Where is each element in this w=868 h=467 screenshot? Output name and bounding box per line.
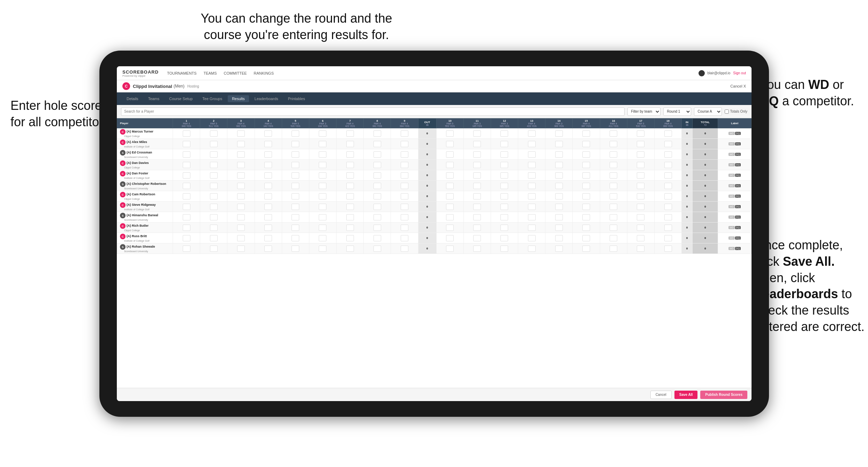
score-input-h8[interactable] [373,225,381,231]
hole-13-input-cell[interactable] [518,243,545,254]
tab-results[interactable]: Results [228,95,249,102]
score-input-h1[interactable] [183,151,190,158]
hole-14-input-cell[interactable] [545,243,573,254]
hole-9-input-cell[interactable] [391,170,418,181]
wd-button[interactable]: WD [729,163,735,166]
hole-9-input-cell[interactable] [391,160,418,170]
hole-15-input-cell[interactable] [573,223,600,233]
hole-13-input-cell[interactable] [518,181,545,191]
score-input-h9[interactable] [401,225,408,231]
score-input-h6[interactable] [319,162,326,168]
score-input-h1[interactable] [183,130,190,137]
hole-10-input-cell[interactable] [436,160,463,170]
score-input-h3[interactable] [237,172,245,179]
score-input-h11[interactable] [473,193,481,199]
hole-13-input-cell[interactable] [518,170,545,181]
score-input-h17[interactable] [637,214,644,220]
score-input-h11[interactable] [473,141,481,147]
hole-3-input-cell[interactable] [227,191,255,202]
hole-7-input-cell[interactable] [337,191,364,202]
score-input-h10[interactable] [446,225,454,231]
hole-12-input-cell[interactable] [491,128,518,139]
score-input-h17[interactable] [637,162,644,168]
hole-14-input-cell[interactable] [545,223,573,233]
hole-11-input-cell[interactable] [463,139,491,149]
hole-14-input-cell[interactable] [545,139,573,149]
score-input-h1[interactable] [183,204,190,210]
score-input-h14[interactable] [555,235,563,241]
score-input-h8[interactable] [373,214,381,220]
hole-2-input-cell[interactable] [200,149,227,160]
score-input-h3[interactable] [237,183,245,189]
tab-details[interactable]: Details [122,95,143,102]
hole-16-input-cell[interactable] [600,170,627,181]
score-input-h4[interactable] [264,214,272,220]
hole-18-input-cell[interactable] [654,170,681,181]
score-input-h11[interactable] [473,246,481,252]
score-input-h3[interactable] [237,130,245,137]
hole-10-input-cell[interactable] [436,181,463,191]
score-input-h12[interactable] [500,162,508,168]
nav-committee[interactable]: COMMITTEE [224,71,247,75]
score-input-h12[interactable] [500,193,508,199]
hole-16-input-cell[interactable] [600,191,627,202]
hole-16-input-cell[interactable] [600,139,627,149]
hole-16-input-cell[interactable] [600,202,627,212]
hole-5-input-cell[interactable] [282,191,309,202]
wd-button[interactable]: WD [729,195,735,198]
hole-4-input-cell[interactable] [255,243,282,254]
score-input-h11[interactable] [473,162,481,168]
score-input-h9[interactable] [401,162,408,168]
score-input-h14[interactable] [555,246,563,252]
hole-1-input-cell[interactable] [173,139,200,149]
hole-17-input-cell[interactable] [627,191,654,202]
hole-4-input-cell[interactable] [255,202,282,212]
hole-1-input-cell[interactable] [173,233,200,243]
hole-17-input-cell[interactable] [627,181,654,191]
hole-15-input-cell[interactable] [573,243,600,254]
hole-14-input-cell[interactable] [545,128,573,139]
score-input-h11[interactable] [473,235,481,241]
hole-11-input-cell[interactable] [463,191,491,202]
hole-15-input-cell[interactable] [573,170,600,181]
hole-12-input-cell[interactable] [491,191,518,202]
hole-18-input-cell[interactable] [654,149,681,160]
dq-button[interactable]: DQ [735,216,741,219]
score-input-h10[interactable] [446,151,454,158]
score-input-h15[interactable] [582,235,590,241]
score-input-h12[interactable] [500,141,508,147]
hole-3-input-cell[interactable] [227,223,255,233]
score-input-h15[interactable] [582,172,590,179]
hole-12-input-cell[interactable] [491,233,518,243]
score-table-container[interactable]: Player 1PAR 4340 YDS 2PAR 5511 YDS 3PAR … [117,118,752,388]
score-input-h8[interactable] [373,172,381,179]
score-input-h7[interactable] [346,162,354,168]
score-input-h12[interactable] [500,225,508,231]
hole-13-input-cell[interactable] [518,223,545,233]
score-input-h18[interactable] [664,246,672,252]
hole-17-input-cell[interactable] [627,160,654,170]
hole-11-input-cell[interactable] [463,243,491,254]
score-input-h1[interactable] [183,193,190,199]
score-input-h16[interactable] [610,204,617,210]
score-input-h12[interactable] [500,130,508,137]
score-input-h2[interactable] [210,162,218,168]
hole-4-input-cell[interactable] [255,233,282,243]
dq-button[interactable]: DQ [735,163,741,166]
hole-15-input-cell[interactable] [573,149,600,160]
hole-8-input-cell[interactable] [364,202,391,212]
score-input-h18[interactable] [664,235,672,241]
score-input-h10[interactable] [446,204,454,210]
hole-2-input-cell[interactable] [200,212,227,223]
hole-18-input-cell[interactable] [654,139,681,149]
hole-13-input-cell[interactable] [518,233,545,243]
course-select[interactable]: Course A [694,107,722,116]
score-input-h13[interactable] [528,162,536,168]
score-input-h13[interactable] [528,183,536,189]
hole-7-input-cell[interactable] [337,139,364,149]
hole-2-input-cell[interactable] [200,243,227,254]
wd-button[interactable]: WD [729,142,735,145]
wd-button[interactable]: WD [729,205,735,208]
score-input-h9[interactable] [401,151,408,158]
score-input-h7[interactable] [346,246,354,252]
